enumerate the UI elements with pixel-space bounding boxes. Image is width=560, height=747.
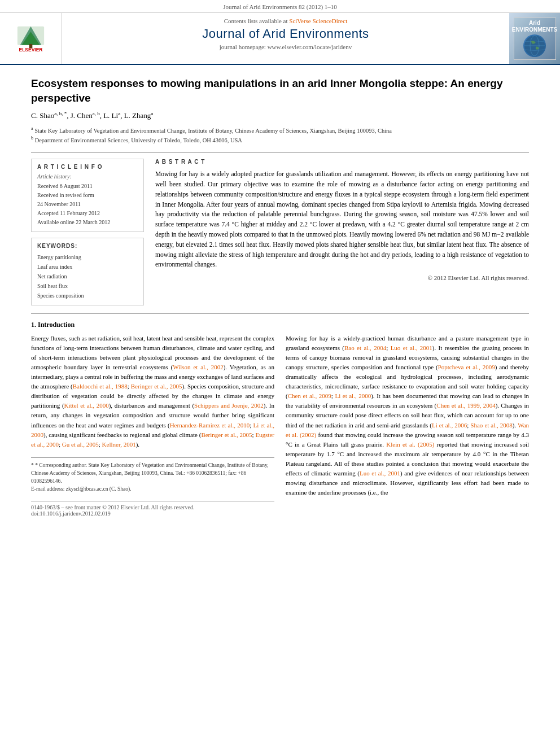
intro-section-heading: 1. Introduction	[31, 321, 529, 329]
revised-date: 24 November 2011	[37, 200, 138, 209]
body-right-column: Mowing for hay is a widely-practiced hum…	[286, 334, 529, 517]
authors-line: C. Shaoa, b, *, J. Chena, b, L. Lia, L. …	[31, 111, 529, 120]
body-section: Energy fluxes, such as net radiation, so…	[31, 334, 529, 517]
ref-chen2009[interactable]: Chen et al., 2009	[288, 392, 331, 399]
left-info-column: A R T I C L E I N F O Article history: R…	[31, 159, 144, 305]
section-divider-1	[31, 152, 529, 153]
keywords-box: Keywords: Energy partitioning Leaf area …	[31, 238, 144, 305]
affiliation-a: a State Key Laboratory of Vegetation and…	[31, 125, 529, 135]
ref-chen1999[interactable]: Chen et al., 1999, 2004	[436, 402, 495, 409]
accepted-line: Accepted 11 February 2012	[37, 209, 138, 218]
journal-main-title: Journal of Arid Environments	[68, 27, 504, 41]
ref-kittel[interactable]: Kittel et al., 2000	[64, 402, 109, 409]
section-number: 1.	[31, 321, 36, 329]
intro-left-text: Energy fluxes, such as net radiation, so…	[31, 334, 274, 449]
keyword-4: Soil heat flux	[37, 281, 138, 291]
available-line: Available online 22 March 2012	[37, 218, 138, 227]
doi-line: doi:10.1016/j.jaridenv.2012.02.019	[31, 510, 274, 517]
elsevier-logo-image: ELSEVIER	[7, 24, 55, 53]
main-content: Ecosystem responses to mowing manipulati…	[0, 65, 560, 528]
keywords-header: Keywords:	[37, 243, 138, 249]
contents-text: Contents lists available at	[224, 18, 288, 24]
journal-title-section: Contents lists available at SciVerse Sci…	[62, 13, 509, 64]
svg-text:ELSEVIER: ELSEVIER	[19, 47, 43, 53]
ref-beringer2[interactable]: Beringer et al., 2005	[201, 431, 252, 438]
revised-label: Received in revised form	[37, 191, 138, 200]
ref-baldocchi[interactable]: Baldocchi et al., 1988	[73, 383, 128, 390]
keyword-1: Energy partitioning	[37, 252, 138, 262]
arid-environments-badge: AridENVIRONMENTS	[514, 18, 556, 60]
ref-li2006[interactable]: Li et al., 2006	[432, 422, 467, 429]
ref-shao2008[interactable]: Shao et al., 2008	[470, 422, 513, 429]
received-line: Received 6 August 2011	[37, 182, 138, 191]
ref-poptcheva[interactable]: Poptcheva et al., 2009	[438, 364, 495, 370]
section-divider-2	[31, 313, 529, 314]
article-info-abstract-section: A R T I C L E I N F O Article history: R…	[31, 159, 529, 305]
footnote-section: * * Corresponding author. State Key Labo…	[31, 457, 274, 493]
footnote-email: E-mail address: zkyscl@ibcas.ac.cn (C. S…	[31, 485, 274, 493]
journal-badge-image: AridENVIRONMENTS	[509, 13, 560, 64]
ref-wilson[interactable]: Wilson et al., 2002	[173, 364, 223, 370]
journal-homepage: journal homepage: www.elsevier.com/locat…	[68, 43, 504, 50]
affiliations: a State Key Laboratory of Vegetation and…	[31, 125, 529, 145]
ref-hernandez[interactable]: Hernandez-Ramirez et al., 2010	[170, 422, 250, 429]
footnote-text: * * Corresponding author. State Key Labo…	[31, 461, 274, 486]
elsevier-logo-section: ELSEVIER	[0, 13, 62, 64]
keyword-2: Leaf area index	[37, 262, 138, 272]
journal-reference-text: Journal of Arid Environments 82 (2012) 1…	[223, 3, 337, 10]
affiliation-b: b Department of Environmental Sciences, …	[31, 135, 529, 145]
footnote-content: * Corresponding author. State Key Labora…	[31, 462, 269, 484]
body-left-column: Energy fluxes, such as net radiation, so…	[31, 334, 274, 517]
journal-header: ELSEVIER Contents lists available at Sci…	[0, 13, 560, 65]
paper-title: Ecosystem responses to mowing manipulati…	[31, 76, 529, 105]
copyright-line: © 2012 Elsevier Ltd. All rights reserved…	[155, 274, 529, 281]
keywords-list: Energy partitioning Leaf area index Net …	[37, 252, 138, 300]
ref-beringer[interactable]: Beringer et al., 2005	[131, 383, 182, 390]
issn-line: 0140-1963/$ – see front matter © 2012 El…	[31, 504, 274, 510]
globe-icon	[523, 34, 546, 57]
ref-gu[interactable]: Gu et al., 2005	[62, 441, 99, 448]
ref-bao[interactable]: Bao et al., 2004	[344, 344, 386, 351]
keyword-3: Net radiation	[37, 272, 138, 281]
ref-klein[interactable]: Klein et al. (2005)	[386, 441, 434, 448]
abstract-header: A B S T R A C T	[155, 159, 529, 165]
journal-reference-bar: Journal of Arid Environments 82 (2012) 1…	[0, 0, 560, 13]
ref-luo2001[interactable]: Luo et al., 2001	[360, 470, 400, 477]
ref-schippers[interactable]: Schippers and Joenje, 2002	[194, 402, 264, 409]
ref-kellner[interactable]: Kellner, 2001	[102, 441, 136, 448]
abstract-column: A B S T R A C T Mowing for hay is a wide…	[155, 159, 529, 305]
section-title: Introduction	[38, 321, 75, 329]
keyword-5: Species composition	[37, 291, 138, 300]
sciverse-line: Contents lists available at SciVerse Sci…	[68, 18, 504, 24]
article-info-header: A R T I C L E I N F O	[37, 164, 138, 170]
ref-luo[interactable]: Luo et al., 2001	[391, 344, 432, 351]
article-history-label: Article history:	[37, 173, 138, 180]
intro-right-text: Mowing for hay is a widely-practiced hum…	[286, 334, 529, 497]
bottom-bar: 0140-1963/$ – see front matter © 2012 El…	[31, 501, 274, 517]
sciverse-link[interactable]: SciVerse ScienceDirect	[289, 18, 347, 24]
ref-li2000b[interactable]: Li et al., 2000	[335, 392, 371, 399]
article-info-box: A R T I C L E I N F O Article history: R…	[31, 159, 144, 232]
abstract-text: Mowing for hay is a widely adopted pract…	[155, 169, 529, 270]
